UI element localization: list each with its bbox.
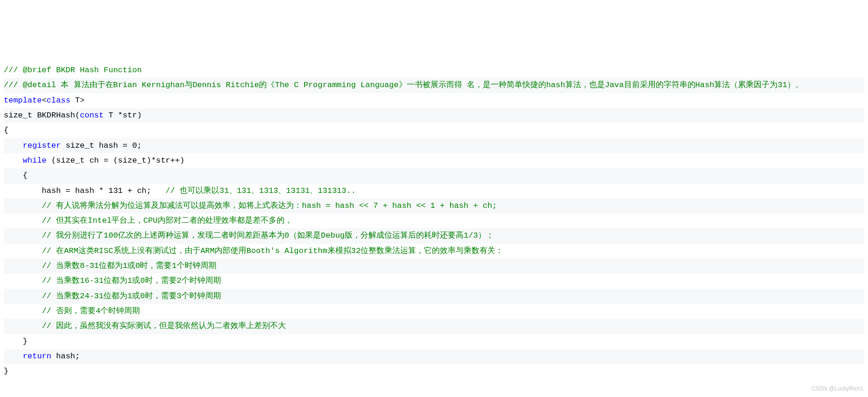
token-plain <box>4 322 42 330</box>
token-plain: size_t BKDRHash( <box>4 111 80 120</box>
code-line: /// @brief BKDR Hash Function <box>4 63 864 78</box>
token-comment: // 当乘数24-31位都为1或0时，需要3个时钟周期 <box>42 292 221 301</box>
code-line: /// @detail 本 算法由于在Brian Kernighan与Denni… <box>4 78 864 93</box>
token-plain: hash; <box>51 352 80 361</box>
token-comment: // 当乘数8-31位都为1或0时，需要1个时钟周期 <box>42 261 216 270</box>
code-line: // 有人说将乘法分解为位运算及加减法可以提高效率，如将上式表达为：hash =… <box>4 198 864 213</box>
token-plain <box>4 276 42 285</box>
code-line: } <box>4 334 864 349</box>
token-plain <box>4 201 42 210</box>
token-comment: // 我分别进行了100亿次的上述两种运算，发现二者时间差距基本为0（如果是De… <box>42 231 494 240</box>
code-line: // 当乘数16-31位都为1或0时，需要2个时钟周期 <box>4 274 864 288</box>
code-line: // 当乘数24-31位都为1或0时，需要3个时钟周期 <box>4 289 864 304</box>
code-line: return hash; <box>4 349 864 364</box>
token-plain: T> <box>70 96 85 105</box>
code-line: register size_t hash = 0; <box>4 138 864 153</box>
code-line: { <box>4 123 864 138</box>
watermark-text: CSDN @LuckyRich1 <box>811 383 863 394</box>
code-line: // 但其实在Intel平台上，CPU内部对二者的处理效率都是差不多的， <box>4 213 864 228</box>
token-comment: // 有人说将乘法分解为位运算及加减法可以提高效率，如将上式表达为：hash =… <box>42 201 497 210</box>
token-comment: // 在ARM这类RISC系统上没有测试过，由于ARM内部使用Booth's A… <box>42 246 503 255</box>
token-plain: } <box>4 337 28 346</box>
token-keyword: while <box>23 156 47 165</box>
code-line: // 当乘数8-31位都为1或0时，需要1个时钟周期 <box>4 259 864 274</box>
token-plain: hash = hash * 131 + ch; <box>4 186 166 195</box>
code-line: // 我分别进行了100亿次的上述两种运算，发现二者时间差距基本为0（如果是De… <box>4 228 864 243</box>
token-comment: // 因此，虽然我没有实际测试，但是我依然认为二者效率上差别不大 <box>42 322 286 330</box>
token-keyword: class <box>47 96 70 105</box>
token-plain <box>4 292 42 301</box>
code-block: /// @brief BKDR Hash Function/// @detail… <box>4 63 864 379</box>
token-keyword: template <box>4 96 42 105</box>
token-plain: T *str) <box>104 111 142 120</box>
code-line: // 因此，虽然我没有实际测试，但是我依然认为二者效率上差别不大 <box>4 319 864 334</box>
token-plain: (size_t ch = (size_t)*str++) <box>47 156 185 165</box>
token-plain <box>4 352 23 361</box>
token-comment: // 也可以乘以31、131、1313、13131、131313.. <box>166 186 356 195</box>
token-comment: /// @detail 本 算法由于在Brian Kernighan与Denni… <box>4 81 803 89</box>
token-comment: // 当乘数16-31位都为1或0时，需要2个时钟周期 <box>42 276 221 285</box>
token-plain <box>4 141 23 150</box>
code-line: // 在ARM这类RISC系统上没有测试过，由于ARM内部使用Booth's A… <box>4 244 864 259</box>
token-plain <box>4 261 42 270</box>
token-plain <box>4 307 42 315</box>
token-comment: // 但其实在Intel平台上，CPU内部对二者的处理效率都是差不多的， <box>42 216 292 225</box>
token-comment: // 否则，需要4个时钟周期 <box>42 307 140 315</box>
token-plain <box>4 216 42 225</box>
code-line: } <box>4 364 864 379</box>
code-line: { <box>4 168 864 183</box>
token-plain: { <box>4 171 28 180</box>
token-plain: } <box>4 367 8 376</box>
token-plain: { <box>4 126 8 135</box>
token-keyword: return <box>23 352 51 361</box>
token-plain <box>4 246 42 255</box>
token-plain: < <box>42 96 47 105</box>
token-plain: size_t hash = 0; <box>61 141 141 150</box>
code-line: // 否则，需要4个时钟周期 <box>4 304 864 319</box>
token-plain <box>4 231 42 240</box>
code-line: hash = hash * 131 + ch; // 也可以乘以31、131、1… <box>4 184 864 198</box>
code-line: size_t BKDRHash(const T *str) <box>4 108 864 123</box>
code-line: template<class T> <box>4 93 864 108</box>
token-comment: /// @brief BKDR Hash Function <box>4 66 142 75</box>
token-keyword: const <box>80 111 104 120</box>
token-plain <box>4 156 23 165</box>
code-line: while (size_t ch = (size_t)*str++) <box>4 153 864 168</box>
token-keyword: register <box>23 141 61 150</box>
